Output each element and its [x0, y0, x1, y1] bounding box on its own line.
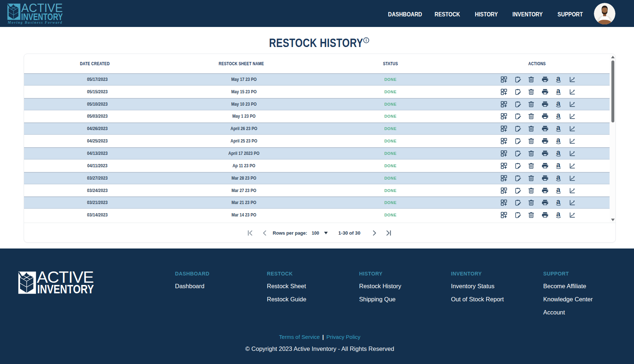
amazon-icon[interactable]: a — [555, 125, 562, 132]
next-page-button[interactable] — [371, 223, 378, 243]
scrollbar-down-arrow-icon[interactable] — [611, 219, 615, 221]
table-row[interactable]: 05/03/2023 May 1 23 PO DONE — [24, 110, 611, 123]
delete-icon[interactable] — [528, 137, 535, 145]
add-to-dashboard-icon[interactable] — [500, 76, 507, 83]
add-to-dashboard-icon[interactable] — [500, 113, 507, 120]
delete-icon[interactable] — [528, 175, 535, 182]
add-to-dashboard-icon[interactable] — [500, 211, 507, 219]
print-icon[interactable] — [541, 137, 549, 145]
chart-icon[interactable] — [569, 113, 576, 120]
edit-sheet-icon[interactable] — [514, 113, 521, 120]
add-to-dashboard-icon[interactable] — [500, 101, 507, 108]
user-avatar[interactable] — [594, 3, 615, 24]
footer-link-restock-history[interactable]: Restock History — [359, 283, 401, 290]
delete-icon[interactable] — [528, 199, 535, 206]
footer-link-inventory-status[interactable]: Inventory Status — [451, 283, 504, 290]
edit-sheet-icon[interactable] — [514, 125, 521, 132]
table-row[interactable]: 04/13/2023 April 17 2023 PO DONE — [24, 147, 611, 160]
table-row[interactable]: 04/11/2023 Ap 11 23 PO DONE — [24, 160, 611, 172]
amazon-icon[interactable]: a — [555, 211, 562, 219]
table-row[interactable]: 03/27/2023 Mar 28 23 PO DONE — [24, 172, 611, 184]
edit-sheet-icon[interactable] — [514, 76, 521, 83]
chart-icon[interactable] — [569, 150, 576, 157]
print-icon[interactable] — [541, 199, 549, 206]
edit-sheet-icon[interactable] — [514, 187, 521, 194]
add-to-dashboard-icon[interactable] — [500, 162, 507, 169]
nav-item-restock[interactable]: RESTOCK — [432, 1, 462, 28]
print-icon[interactable] — [541, 76, 549, 83]
chart-icon[interactable] — [569, 76, 576, 83]
chart-icon[interactable] — [569, 211, 576, 219]
terms-of-service-link[interactable]: Terms of Service — [279, 334, 320, 340]
footer-link-dashboard[interactable]: Dashboard — [175, 283, 210, 290]
privacy-policy-link[interactable]: Privacy Policy — [326, 334, 360, 340]
scrollbar-thumb[interactable] — [611, 60, 614, 122]
edit-sheet-icon[interactable] — [514, 88, 521, 95]
add-to-dashboard-icon[interactable] — [500, 175, 507, 182]
nav-item-history[interactable]: HISTORY — [473, 1, 499, 28]
table-row[interactable]: 03/14/2023 Mar 14 23 PO DONE — [24, 209, 611, 221]
amazon-icon[interactable]: a — [555, 150, 562, 157]
edit-sheet-icon[interactable] — [514, 175, 521, 182]
table-row[interactable]: 05/10/2023 May 10 23 PO DONE — [24, 98, 611, 110]
amazon-icon[interactable]: a — [555, 88, 562, 95]
print-icon[interactable] — [541, 125, 549, 132]
amazon-icon[interactable]: a — [555, 187, 562, 194]
footer-link-become-affiliate[interactable]: Become Affiliate — [543, 283, 593, 290]
print-icon[interactable] — [541, 162, 549, 169]
chart-icon[interactable] — [569, 199, 576, 206]
nav-item-inventory[interactable]: INVENTORY — [510, 1, 545, 28]
chart-icon[interactable] — [569, 137, 576, 145]
table-row[interactable]: 04/26/2023 April 26 23 PO DONE — [24, 122, 611, 135]
print-icon[interactable] — [541, 101, 549, 108]
add-to-dashboard-icon[interactable] — [500, 125, 507, 132]
footer-link-knowledge-center[interactable]: Knowledge Center — [543, 296, 593, 303]
chart-icon[interactable] — [569, 88, 576, 95]
delete-icon[interactable] — [528, 88, 535, 95]
scrollbar-up-arrow-icon[interactable] — [611, 56, 615, 58]
amazon-icon[interactable]: a — [555, 76, 562, 83]
delete-icon[interactable] — [528, 187, 535, 194]
amazon-icon[interactable]: a — [555, 199, 562, 206]
add-to-dashboard-icon[interactable] — [500, 199, 507, 206]
table-row[interactable]: 03/21/2023 Mar 21 23 PO DONE — [24, 196, 611, 209]
table-row[interactable]: 05/15/2023 May 15 23 PO DONE — [24, 86, 611, 98]
brand-logo[interactable]: ACTIVE INVENTORY Moving Business Forward — [7, 0, 73, 27]
delete-icon[interactable] — [528, 76, 535, 83]
table-scrollbar[interactable] — [610, 55, 615, 222]
delete-icon[interactable] — [528, 211, 535, 219]
amazon-icon[interactable]: a — [555, 162, 562, 169]
nav-item-dashboard[interactable]: DASHBOARD — [385, 1, 424, 28]
amazon-icon[interactable]: a — [555, 137, 562, 145]
delete-icon[interactable] — [528, 101, 535, 108]
delete-icon[interactable] — [528, 150, 535, 157]
print-icon[interactable] — [541, 175, 549, 182]
print-icon[interactable] — [541, 187, 549, 194]
add-to-dashboard-icon[interactable] — [500, 150, 507, 157]
table-row[interactable]: 04/25/2023 April 25 23 PO DONE — [24, 135, 611, 147]
edit-sheet-icon[interactable] — [514, 162, 521, 169]
amazon-icon[interactable]: a — [555, 113, 562, 120]
print-icon[interactable] — [541, 88, 549, 95]
rows-per-page-dropdown[interactable] — [324, 223, 328, 243]
nav-item-support[interactable]: SUPPORT — [556, 1, 585, 28]
add-to-dashboard-icon[interactable] — [500, 88, 507, 95]
delete-icon[interactable] — [528, 125, 535, 132]
first-page-button[interactable] — [247, 223, 254, 243]
add-to-dashboard-icon[interactable] — [500, 137, 507, 145]
edit-sheet-icon[interactable] — [514, 211, 521, 219]
footer-link-restock-sheet[interactable]: Restock Sheet — [267, 283, 306, 290]
edit-sheet-icon[interactable] — [514, 137, 521, 145]
chart-icon[interactable] — [569, 101, 576, 108]
chart-icon[interactable] — [569, 187, 576, 194]
chart-icon[interactable] — [569, 175, 576, 182]
edit-sheet-icon[interactable] — [514, 101, 521, 108]
table-row[interactable]: 05/17/2023 May 17 23 PO DONE — [24, 73, 611, 86]
last-page-button[interactable] — [384, 223, 392, 243]
footer-link-account[interactable]: Account — [543, 309, 593, 316]
print-icon[interactable] — [541, 211, 549, 219]
print-icon[interactable] — [541, 150, 549, 157]
chart-icon[interactable] — [569, 125, 576, 132]
footer-link-restock-guide[interactable]: Restock Guide — [267, 296, 306, 303]
footer-link-shipping-que[interactable]: Shipping Que — [359, 296, 401, 303]
